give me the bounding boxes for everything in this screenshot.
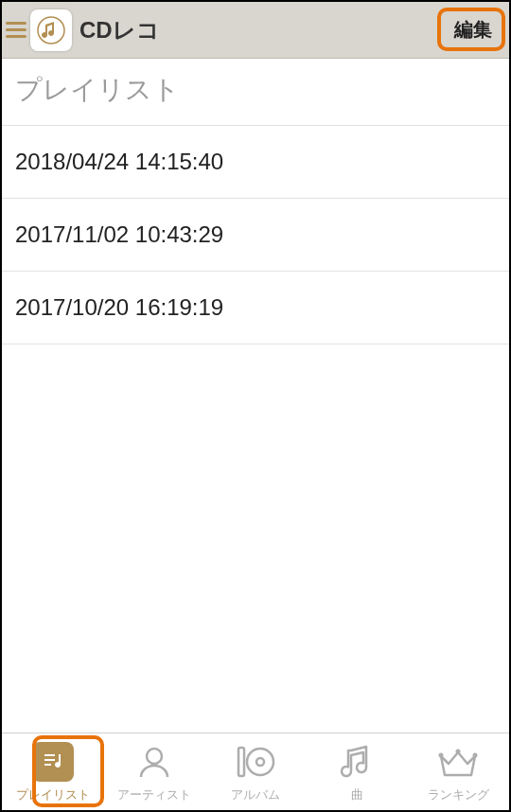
tab-label: プレイリスト bbox=[16, 786, 90, 803]
svg-point-6 bbox=[247, 749, 273, 775]
tab-bar: プレイリスト アーティスト アルバム 曲 bbox=[2, 733, 509, 810]
album-icon bbox=[235, 743, 276, 781]
menu-button[interactable] bbox=[6, 22, 26, 38]
svg-point-10 bbox=[473, 752, 478, 757]
app-title: CDレコ bbox=[79, 15, 160, 45]
tab-song[interactable]: 曲 bbox=[307, 733, 408, 810]
empty-area bbox=[2, 344, 509, 733]
svg-point-0 bbox=[38, 17, 64, 44]
list-item[interactable]: 2017/10/20 16:19:19 bbox=[2, 272, 509, 344]
svg-point-9 bbox=[456, 749, 461, 753]
svg-point-7 bbox=[256, 758, 264, 766]
svg-rect-5 bbox=[238, 748, 244, 776]
tab-label: アルバム bbox=[231, 786, 280, 803]
ranking-icon bbox=[437, 743, 479, 781]
list-item[interactable]: 2018/04/24 14:15:40 bbox=[2, 125, 509, 199]
edit-button[interactable]: 編集 bbox=[445, 11, 502, 48]
tab-label: アーティスト bbox=[117, 786, 191, 803]
musicnote-icon bbox=[35, 14, 67, 46]
song-icon bbox=[338, 743, 376, 781]
tab-label: ランキング bbox=[428, 786, 489, 803]
list-item[interactable]: 2017/11/02 10:43:29 bbox=[2, 199, 509, 272]
app-icon bbox=[30, 9, 72, 51]
playlist-list: 2018/04/24 14:15:40 2017/11/02 10:43:29 … bbox=[2, 125, 509, 344]
tab-ranking[interactable]: ランキング bbox=[408, 733, 509, 810]
tab-label: 曲 bbox=[351, 786, 363, 803]
top-bar: CDレコ 編集 bbox=[2, 2, 509, 59]
playlist-icon bbox=[32, 742, 74, 782]
artist-icon bbox=[135, 743, 173, 781]
tab-playlist[interactable]: プレイリスト bbox=[2, 733, 103, 810]
tab-album[interactable]: アルバム bbox=[204, 733, 306, 810]
section-header: プレイリスト bbox=[2, 59, 509, 125]
svg-point-8 bbox=[439, 752, 444, 757]
tab-artist[interactable]: アーティスト bbox=[103, 733, 204, 810]
svg-point-4 bbox=[147, 749, 162, 764]
